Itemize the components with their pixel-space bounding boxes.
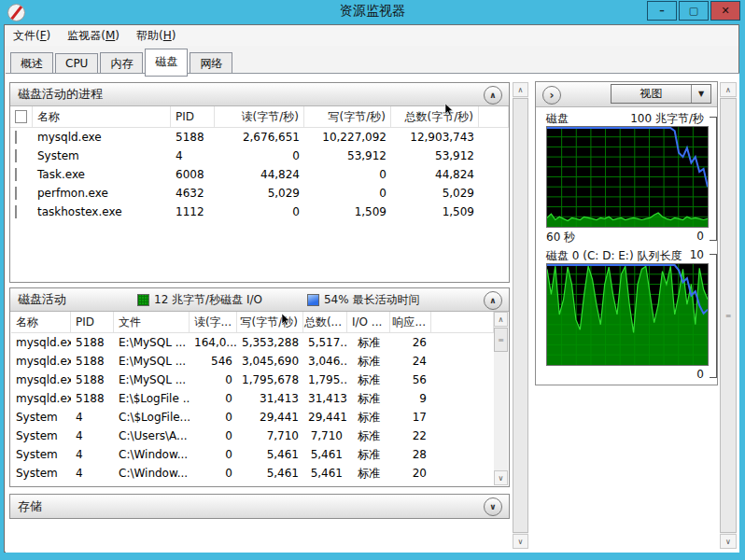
scroll-up-button[interactable]: ∧	[720, 82, 737, 97]
disk-activity-row[interactable]: System4C:\Users\A...07,7107,710标准22	[11, 427, 494, 445]
collapse-button[interactable]: ∧	[484, 86, 502, 105]
legend-active-time-label: 54% 最长活动时间	[324, 292, 420, 308]
cell-total: 5,461	[303, 467, 347, 480]
maximize-button[interactable]: ▢	[679, 1, 709, 21]
disk-activity-row[interactable]: System4C:\Window...05,4615,461标准28	[11, 445, 494, 464]
column-header[interactable]: 总数(字节/秒)	[391, 106, 479, 127]
close-icon: ✕	[721, 5, 729, 17]
disk-activity-row[interactable]: mysqld.exe5188E:\MySQL ...164,0...5,353,…	[11, 333, 494, 352]
cell-file: C:\Users\A...	[114, 429, 190, 442]
cell-pid: 4	[171, 149, 215, 162]
column-header[interactable]: 响应...	[390, 312, 431, 332]
menu-item[interactable]: 监视器(M)	[65, 26, 127, 46]
cell-file: E:\MySQL ...	[114, 355, 190, 368]
views-dropdown[interactable]: ▼	[691, 85, 710, 103]
tab-磁盘[interactable]: 磁盘	[145, 49, 188, 77]
disk-processes-header[interactable]: 磁盘活动的进程 ∧	[10, 83, 509, 106]
process-row[interactable]: taskhostex.exe111201,5091,509	[10, 203, 509, 221]
process-row[interactable]: perfmon.exe46325,02905,029	[10, 184, 509, 203]
column-header[interactable]: 写(字节/秒)	[304, 106, 391, 127]
minimize-button[interactable]: –	[647, 1, 677, 21]
row-checkbox[interactable]	[15, 205, 17, 218]
cell-response: 20	[390, 467, 431, 480]
scroll-down-button[interactable]: ∨	[720, 534, 737, 549]
column-header[interactable]: PID	[71, 312, 114, 332]
graph-pane-header: › 视图 ▼	[536, 82, 717, 107]
cell-pid: 4632	[171, 187, 215, 200]
views-button-label: 视图	[611, 85, 691, 103]
disk-activity-row[interactable]: System4C:\$LogFile...029,44129,441标准17	[11, 408, 494, 427]
chart2-title: 磁盘 0 (C: D: E:) 队列长度	[546, 248, 682, 264]
cell-name: mysqld.exe	[33, 131, 171, 144]
process-row[interactable]: mysqld.exe51882,676,65110,227,09212,903,…	[10, 128, 509, 147]
disk-activity-row[interactable]: mysqld.exe5188E:\MySQL ...5463,045,6903,…	[11, 352, 494, 371]
process-row[interactable]: System4053,91253,912	[10, 147, 509, 165]
collapse-graphs-button[interactable]: ›	[542, 86, 561, 105]
scroll-down-icon: ∨	[518, 538, 524, 546]
views-button[interactable]: 视图 ▼	[611, 84, 711, 104]
cell-write: 31,413	[237, 392, 303, 405]
storage-header[interactable]: 存储 ∨	[10, 495, 509, 518]
column-header[interactable]: I/O ...	[347, 312, 390, 332]
column-header[interactable]: 总数(...	[303, 312, 347, 332]
cell-read: 0	[215, 205, 304, 218]
disk-queue-chart	[546, 263, 709, 366]
graph-pane-scrollbar[interactable]: ∧ ≡ ∨	[720, 82, 737, 549]
column-header[interactable]: 读(字...	[190, 312, 237, 332]
cell-read: 546	[190, 355, 237, 368]
title-bar: 资源监视器 – ▢ ✕	[0, 0, 745, 24]
scrollbar-thumb[interactable]	[513, 98, 528, 533]
select-all-checkbox[interactable]	[15, 110, 27, 123]
cell-pid: 4	[71, 411, 114, 424]
column-header[interactable]: 名称	[33, 106, 171, 127]
close-button[interactable]: ✕	[710, 1, 740, 21]
scroll-up-button[interactable]: ∧	[494, 312, 508, 327]
column-header[interactable]: 读(字节/秒)	[215, 106, 304, 127]
window-title: 资源监视器	[0, 3, 745, 20]
green-swatch-icon	[137, 294, 149, 306]
row-checkbox[interactable]	[15, 187, 17, 200]
process-row[interactable]: Task.exe600844,824044,824	[10, 165, 509, 184]
cell-file: E:\MySQL ...	[114, 336, 190, 349]
cell-response: 22	[390, 429, 431, 442]
column-header[interactable]: 名称	[11, 312, 71, 332]
row-checkbox[interactable]	[15, 168, 17, 181]
expand-button[interactable]: ∨	[484, 497, 502, 516]
cell-read: 0	[190, 429, 237, 442]
disk-activity-scrollbar[interactable]: ∧ ≡ ∨	[494, 312, 508, 485]
scroll-up-button[interactable]: ∧	[513, 82, 528, 97]
resource-monitor-window: 资源监视器 – ▢ ✕ 文件(F)监视器(M)帮助(H) 概述CPU内存磁盘网络…	[0, 0, 745, 560]
cell-total: 31,413	[303, 392, 347, 405]
cell-response: 26	[390, 336, 431, 349]
cell-pid: 4	[71, 448, 114, 461]
scrollbar-thumb[interactable]: ≡	[720, 98, 737, 533]
disk-throughput-chart	[546, 126, 709, 228]
column-header[interactable]: 文件	[114, 312, 190, 332]
cell-total: 5,461	[303, 448, 347, 461]
menu-item[interactable]: 帮助(H)	[134, 26, 183, 46]
collapse-button[interactable]: ∧	[484, 291, 502, 310]
disk-activity-row[interactable]: mysqld.exe5188E:\$LogFile ...031,41331,4…	[11, 389, 494, 408]
scroll-down-button[interactable]: ∨	[513, 534, 528, 549]
cell-write: 0	[304, 187, 391, 200]
maximize-icon: ▢	[689, 5, 698, 17]
row-checkbox[interactable]	[15, 131, 17, 144]
column-header[interactable]: 写(字节/秒)	[237, 312, 303, 332]
disk-activity-header[interactable]: 磁盘活动 12 兆字节/秒磁盘 I/O 54% 最长活动时间 ∧	[10, 288, 509, 312]
cell-file: E:\$LogFile ...	[114, 392, 190, 405]
column-header[interactable]: PID	[171, 106, 215, 127]
disk-activity-row[interactable]: mysqld.exe5188E:\MySQL ...01,795,6781,79…	[11, 371, 494, 389]
chart1-x-label: 60 秒	[546, 230, 575, 245]
cell-read: 2,676,651	[215, 131, 304, 144]
row-checkbox[interactable]	[15, 149, 17, 162]
tab-CPU[interactable]: CPU	[55, 53, 98, 75]
cell-total: 1,795...	[303, 373, 347, 386]
chart2-zero-label: 0	[696, 368, 704, 381]
cell-name: taskhostex.exe	[33, 205, 171, 218]
left-pane-scrollbar[interactable]: ∧ ∨	[513, 82, 528, 549]
disk-activity-row[interactable]: System4C:\Window...05,4615,461标准20	[11, 464, 494, 483]
scrollbar-thumb[interactable]: ≡	[494, 328, 508, 352]
cell-read: 5,029	[215, 187, 304, 200]
menu-item[interactable]: 文件(F)	[11, 26, 58, 46]
scroll-down-button[interactable]: ∨	[494, 470, 508, 485]
